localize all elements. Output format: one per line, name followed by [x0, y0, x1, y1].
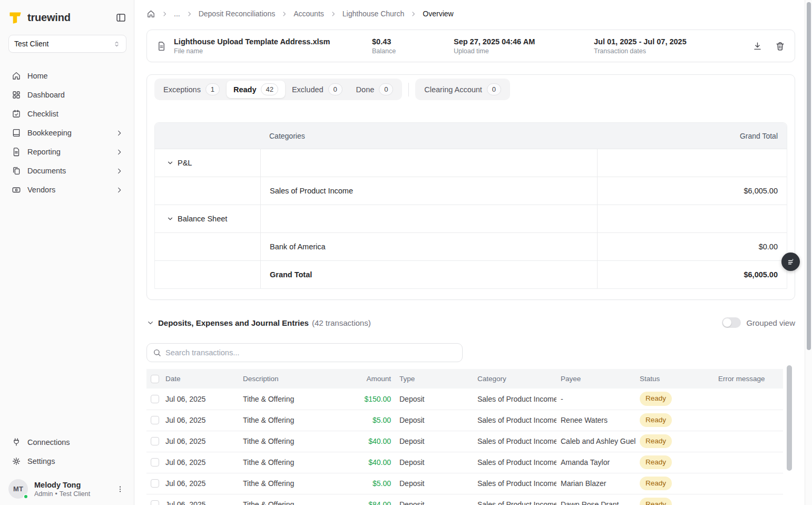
transactions-table-header: Date Description Amount Type Category Pa…	[146, 369, 783, 389]
table-scrollbar-thumb[interactable]	[787, 365, 792, 471]
transaction-dates-label: Transaction dates	[594, 47, 752, 55]
floating-actions-button[interactable]	[781, 252, 800, 271]
search-box	[146, 343, 463, 362]
cell-type: Deposit	[395, 410, 473, 431]
transaction-row[interactable]: Jul 06, 2025 Tithe & Offering $5.00 Depo…	[146, 410, 783, 431]
tab-exceptions[interactable]: Exceptions 1	[156, 81, 227, 98]
cell-type: Deposit	[395, 494, 473, 505]
sidebar-item-label: Dashboard	[27, 91, 65, 99]
transaction-row[interactable]: Jul 06, 2025 Tithe & Offering $40.00 Dep…	[146, 452, 783, 473]
tab-done[interactable]: Done 0	[349, 81, 400, 98]
row-checkbox[interactable]	[151, 500, 159, 505]
col-category: Category	[473, 369, 556, 389]
cell-amount: $40.00	[336, 431, 395, 452]
summary-item-row: Sales of Product Income $6,005.00	[155, 177, 787, 205]
sidebar-item-label: Documents	[27, 167, 66, 175]
sidebar-item-dashboard[interactable]: Dashboard	[8, 85, 126, 104]
breadcrumb-ellipsis[interactable]: ...	[174, 9, 180, 18]
banknote-icon	[12, 185, 21, 195]
reconciliation-panel: Exceptions 1 Ready 42 Excluded 0 Done 0	[146, 74, 795, 300]
sidebar-item-checklist[interactable]: Checklist	[8, 104, 126, 123]
window-scrollbar[interactable]	[805, 0, 812, 505]
chevron-down-icon[interactable]	[167, 215, 174, 222]
trash-icon[interactable]	[775, 41, 785, 51]
group-label: Balance Sheet	[178, 215, 227, 223]
grouped-view-label: Grouped view	[746, 318, 795, 327]
brand-row: truewind	[8, 7, 126, 27]
chevron-right-icon	[410, 11, 417, 17]
cell-error-message	[714, 452, 783, 473]
status-badge: Ready	[640, 413, 672, 428]
search-input[interactable]	[165, 348, 456, 357]
breadcrumb-current: Overview	[423, 9, 453, 18]
sidebar-item-label: Settings	[27, 457, 55, 465]
home-breadcrumb-icon[interactable]	[146, 9, 155, 18]
chevron-down-icon[interactable]	[167, 159, 174, 167]
breadcrumb-item[interactable]: Lighthouse Church	[343, 9, 405, 18]
sidebar-item-connections[interactable]: Connections	[8, 433, 126, 452]
tab-clearing-account[interactable]: Clearing Account 0	[417, 81, 508, 98]
balance-block: $0.43 Balance	[372, 37, 454, 55]
cell-payee: Marian Blazer	[556, 473, 635, 494]
chevron-right-icon	[161, 11, 168, 17]
tabs-row: Exceptions 1 Ready 42 Excluded 0 Done 0	[154, 79, 787, 100]
file-name-label: File name	[174, 47, 372, 55]
transactions-title: Deposits, Expenses and Journal Entries	[158, 318, 309, 327]
plug-icon	[12, 438, 21, 447]
tab-ready[interactable]: Ready 42	[227, 81, 285, 98]
sidebar-item-documents[interactable]: Documents	[8, 161, 126, 180]
transaction-row[interactable]: Jul 06, 2025 Tithe & Offering $150.00 De…	[146, 389, 783, 410]
cell-amount: $5.00	[336, 473, 395, 494]
collapse-sidebar-icon[interactable]	[115, 12, 126, 23]
book-icon	[12, 128, 21, 138]
cell-type: Deposit	[395, 431, 473, 452]
status-badge: Ready	[640, 434, 672, 449]
row-checkbox[interactable]	[151, 437, 159, 445]
row-checkbox[interactable]	[151, 416, 159, 424]
breadcrumb-item[interactable]: Accounts	[294, 9, 324, 18]
client-selector[interactable]: Test Client	[8, 35, 126, 53]
sidebar-item-reporting[interactable]: Reporting	[8, 142, 126, 161]
sidebar-item-settings[interactable]: Settings	[8, 452, 126, 471]
summary-group-row: Balance Sheet	[155, 205, 787, 232]
row-checkbox[interactable]	[151, 458, 159, 467]
status-badge: Ready	[640, 498, 672, 505]
grouped-view-toggle[interactable]	[722, 317, 741, 328]
tab-count-badge: 0	[328, 83, 343, 95]
sidebar-item-label: Bookkeeping	[27, 129, 72, 137]
cell-error-message	[714, 494, 783, 505]
upload-time-block: Sep 27, 2025 04:46 AM Upload time	[454, 37, 594, 55]
download-icon[interactable]	[752, 41, 762, 51]
client-selector-value: Test Client	[14, 40, 48, 48]
sidebar-item-bookkeeping[interactable]: Bookkeeping	[8, 123, 126, 142]
breadcrumb-item[interactable]: Deposit Reconciliations	[199, 9, 276, 18]
user-profile[interactable]: MT Melody Tong Admin•Test Client	[8, 479, 126, 499]
chevron-down-icon[interactable]	[146, 319, 154, 327]
summary-total-row: Grand Total $6,005.00	[155, 260, 787, 288]
tab-divider	[408, 83, 409, 96]
avatar-initials: MT	[13, 485, 23, 493]
sidebar-item-home[interactable]: Home	[8, 66, 126, 85]
file-document-icon	[156, 41, 167, 51]
summary-item-row: Bank of America $0.00	[155, 232, 787, 260]
transaction-row[interactable]: Jul 06, 2025 Tithe & Offering $84.00 Dep…	[146, 494, 783, 505]
user-role: Admin•Test Client	[34, 490, 90, 498]
sidebar-item-label: Checklist	[27, 110, 58, 118]
balance-label: Balance	[372, 47, 454, 55]
sidebar-item-vendors[interactable]: Vendors	[8, 180, 126, 199]
select-all-checkbox[interactable]	[151, 375, 159, 383]
transaction-row[interactable]: Jul 06, 2025 Tithe & Offering $40.00 Dep…	[146, 431, 783, 452]
grand-total-value-cell: $6,005.00	[597, 261, 787, 288]
cell-category: Sales of Product Income	[473, 431, 556, 452]
tab-excluded[interactable]: Excluded 0	[285, 81, 349, 98]
window-scrollbar-thumb[interactable]	[807, 2, 811, 350]
amount-cell: $6,005.00	[597, 177, 787, 205]
transactions-table: Date Description Amount Type Category Pa…	[146, 369, 783, 505]
row-checkbox[interactable]	[151, 395, 159, 403]
calendar-check-icon	[12, 109, 21, 119]
tab-count-badge: 42	[261, 83, 278, 95]
row-checkbox[interactable]	[151, 479, 159, 488]
transaction-row[interactable]: Jul 06, 2025 Tithe & Offering $5.00 Depo…	[146, 473, 783, 494]
user-menu-kebab-icon[interactable]	[114, 483, 126, 496]
sidebar-nav: Home Dashboard Checklist Bookkeeping Rep…	[8, 66, 126, 199]
